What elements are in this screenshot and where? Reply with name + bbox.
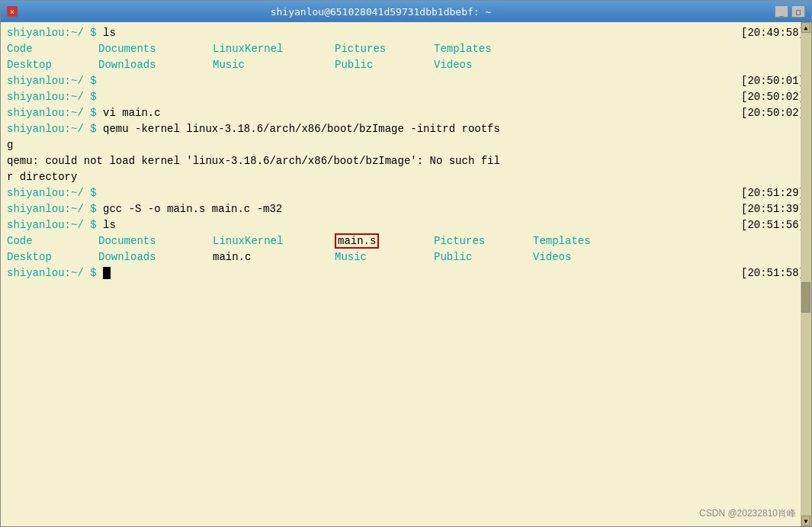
ls-item: Downloads [98,249,213,265]
ls-item: Desktop [7,57,98,73]
scrollbar[interactable]: ▲ ▼ [801,22,811,526]
terminal-line: shiyanlou:~/ $ [20:50:02] [7,89,805,105]
line-text: shiyanlou:~/ $ ls [7,25,116,41]
terminal-line: shiyanlou:~/ $ [20:51:29] [7,185,805,201]
scroll-up-arrow[interactable]: ▲ [801,22,810,33]
ls-item: main.c [213,249,335,265]
ls-item: Videos [434,57,548,73]
scrollbar-thumb[interactable] [801,282,810,313]
terminal-window: × shiyanlou@651028041d59731dbb1dbebf: ~ … [0,0,812,527]
ls-item: Templates [434,41,548,57]
terminal-line-final: shiyanlou:~/ $ [20:51:58] [7,265,805,281]
titlebar-left: × [7,6,18,17]
ls-item: Pictures [434,233,533,249]
ls-item: Music [335,249,434,265]
ls-item: LinuxKernel [213,233,335,249]
line-text: shiyanlou:~/ $ [7,185,103,201]
timestamp: [20:49:58] [741,25,805,41]
ls-item: Videos [533,249,647,265]
minimize-button[interactable]: _ [775,5,788,18]
timestamp: [20:51:56] [741,217,805,233]
terminal-error-line2: r directory [7,169,805,185]
maximize-button[interactable]: □ [791,5,805,18]
close-button[interactable]: × [7,6,18,17]
ls-item: Documents [98,41,213,57]
ls-item: Templates [533,233,647,249]
terminal-line: shiyanlou:~/ $ vi main.c [20:50:02] [7,105,805,121]
scroll-down-arrow[interactable]: ▼ [801,516,810,526]
line-text: shiyanlou:~/ $ qemu -kernel linux-3.18.6… [7,121,500,137]
line-text: shiyanlou:~/ $ [7,89,103,105]
ls-output-row1: Code Documents LinuxKernel Pictures Temp… [7,41,805,57]
line-text: r directory [7,169,77,185]
line-text: shiyanlou:~/ $ [7,265,111,281]
terminal-line: shiyanlou:~/ $ gcc -S -o main.s main.c -… [7,201,805,217]
ls-item: Downloads [98,57,213,73]
ls-item: Music [213,57,335,73]
watermark: CSDN @20232810肖峰 [699,507,796,520]
ls-item: Code [7,41,98,57]
ls-output-row2: Desktop Downloads Music Public Videos [7,57,805,73]
terminal-error-line: qemu: could not load kernel 'linux-3.18.… [7,153,805,169]
ls-output2-row1: Code Documents LinuxKernel main.s Pictur… [7,233,805,249]
window-title: shiyanlou@651028041d59731dbb1dbebf: ~ [18,6,744,18]
ls-item-highlighted: main.s [335,233,434,249]
line-text: g [7,137,13,153]
line-text: shiyanlou:~/ $ [7,73,103,89]
ls-item: Pictures [335,41,434,57]
ls-item: Desktop [7,249,98,265]
terminal-line: shiyanlou:~/ $ qemu -kernel linux-3.18.6… [7,121,805,137]
titlebar-buttons: _ □ [775,5,805,18]
terminal-body[interactable]: shiyanlou:~/ $ ls [20:49:58] Code Docume… [1,22,811,526]
cursor [103,267,111,279]
ls-item: Documents [98,233,213,249]
line-text: qemu: could not load kernel 'linux-3.18.… [7,153,500,169]
terminal-line: shiyanlou:~/ $ ls [20:51:56] [7,217,805,233]
timestamp: [20:50:01] [741,73,805,89]
timestamp: [20:51:39] [741,201,805,217]
ls-item: Code [7,233,98,249]
timestamp: [20:50:02] [741,89,805,105]
ls-output2-row2: Desktop Downloads main.c Music Public Vi… [7,249,805,265]
line-text: shiyanlou:~/ $ gcc -S -o main.s main.c -… [7,201,282,217]
terminal-line-wrap: g [7,137,805,153]
terminal-line: shiyanlou:~/ $ [20:50:01] [7,73,805,89]
timestamp: [20:51:29] [741,185,805,201]
timestamp: [20:51:58] [741,265,805,281]
ls-item: LinuxKernel [213,41,335,57]
terminal-line: shiyanlou:~/ $ ls [20:49:58] [7,25,805,41]
ls-item: Public [335,57,434,73]
line-text: shiyanlou:~/ $ ls [7,217,116,233]
line-text: shiyanlou:~/ $ vi main.c [7,105,161,121]
ls-item: Public [434,249,533,265]
titlebar: × shiyanlou@651028041d59731dbb1dbebf: ~ … [1,1,811,22]
terminal-content: shiyanlou:~/ $ ls [20:49:58] Code Docume… [7,25,805,281]
timestamp: [20:50:02] [741,105,805,121]
